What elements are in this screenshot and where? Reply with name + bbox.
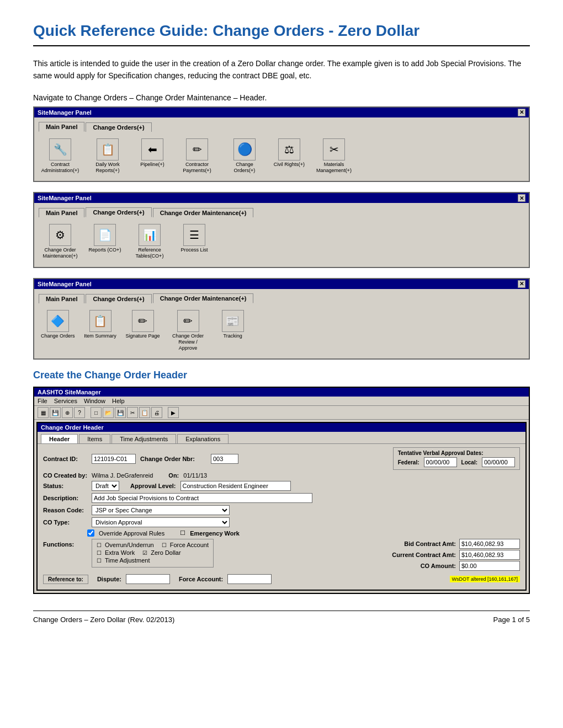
- tb-btn-10[interactable]: 🖨: [151, 407, 162, 418]
- materials-mgmt-icon: ✂: [323, 138, 345, 160]
- icon-signature-page[interactable]: ✏ Signature Page: [126, 310, 160, 339]
- co-amount-input[interactable]: [459, 561, 520, 571]
- tb-btn-5[interactable]: □: [91, 407, 102, 418]
- menu-window[interactable]: Window: [84, 398, 105, 404]
- panel1-tab-co[interactable]: Change Orders(+): [86, 122, 151, 132]
- aashto-toolbar: ▦ 💾 ⊕ ? □ 📂 💾 ✂ 📋 🖨 ▶: [34, 406, 529, 420]
- override-row: Override Approval Rules ☐ Emergency Work: [87, 529, 520, 537]
- icon-reference-tables[interactable]: 📊 Reference Tables(CO+): [130, 224, 169, 259]
- force-account-field-input[interactable]: [227, 574, 272, 584]
- co-tab-items[interactable]: Items: [79, 434, 110, 443]
- aashto-app: AASHTO SiteManager File Services Window …: [33, 387, 530, 594]
- tb-btn-2[interactable]: 💾: [50, 407, 61, 418]
- tb-btn-6[interactable]: 📂: [103, 407, 114, 418]
- contractor-payments-label: Contractor Payments(+): [178, 162, 216, 174]
- p3-change-orders-label: Change Orders: [41, 333, 75, 339]
- co-type-select[interactable]: Division Approval: [92, 517, 230, 527]
- co-maintenance-icon: ⚙: [49, 224, 71, 246]
- contract-id-row: Contract ID: Change Order Nbr: Tentative…: [43, 447, 520, 470]
- current-amt-input[interactable]: [459, 550, 520, 560]
- status-label: Status:: [43, 483, 87, 489]
- panel3-close[interactable]: ✕: [518, 280, 525, 288]
- menu-services[interactable]: Services: [54, 398, 77, 404]
- tb-btn-9[interactable]: 📋: [139, 407, 150, 418]
- overrun-label: Overrun/Underrun: [105, 542, 154, 548]
- functions-label: Functions:: [43, 539, 87, 548]
- icon-change-orders[interactable]: 🔵 Change Orders(+): [225, 138, 264, 174]
- tb-btn-1[interactable]: ▦: [38, 407, 49, 418]
- sitemanager-panel-3: SiteManager Panel ✕ Main Panel Change Or…: [33, 278, 530, 360]
- menu-help[interactable]: Help: [112, 398, 125, 404]
- navigate-label: Navigate to Change Orders – Change Order…: [33, 93, 530, 102]
- local-label: Local:: [461, 459, 477, 465]
- icon-p3-change-orders[interactable]: 🔷 Change Orders: [41, 310, 75, 339]
- panel3-tab-maintenance[interactable]: Change Order Maintenance(+): [153, 293, 254, 303]
- icon-reports-co[interactable]: 📄 Reports (CO+): [88, 224, 121, 253]
- reference-tables-label: Reference Tables(CO+): [130, 247, 169, 259]
- change-orders-icon: 🔵: [233, 138, 256, 160]
- amounts-box: Bid Contract Amt: Current Contract Amt: …: [390, 539, 520, 572]
- tb-btn-3[interactable]: ⊕: [62, 407, 73, 418]
- co-tab-time[interactable]: Time Adjustments: [111, 434, 176, 443]
- force-account-field-label: Force Account:: [179, 576, 223, 582]
- tb-btn-8[interactable]: ✂: [127, 407, 138, 418]
- local-input[interactable]: [482, 457, 515, 467]
- reference-label: Reference to:: [48, 576, 83, 582]
- footer: Change Orders – Zero Dollar (Rev. 02/201…: [33, 611, 530, 624]
- icon-pipeline[interactable]: ⬅ Pipeline(+): [136, 138, 169, 168]
- panel2-close[interactable]: ✕: [518, 194, 525, 202]
- icon-co-review[interactable]: ✏ Change Order Review / Approve: [169, 310, 208, 351]
- co-tab-header[interactable]: Header: [41, 434, 78, 443]
- contract-admin-label: Contract Administration(+): [41, 162, 79, 174]
- emergency-checkbox-placeholder: ☐: [180, 529, 185, 537]
- co-tab-explanations[interactable]: Explanations: [177, 434, 229, 443]
- panel1-close[interactable]: ✕: [518, 109, 525, 116]
- sitemanager-panel-1: SiteManager Panel ✕ Main Panel Change Or…: [33, 106, 530, 183]
- change-orders-label: Change Orders(+): [225, 162, 264, 174]
- p3-change-orders-icon: 🔷: [47, 310, 69, 332]
- panel3-tab-main[interactable]: Main Panel: [39, 294, 84, 303]
- approval-input[interactable]: [180, 481, 291, 491]
- icon-contractor-payments[interactable]: ✏ Contractor Payments(+): [178, 138, 216, 174]
- panel2-tab-maintenance[interactable]: Change Order Maintenance(+): [153, 208, 254, 217]
- pipeline-label: Pipeline(+): [140, 162, 164, 168]
- daily-work-label: Daily Work Reports(+): [88, 162, 127, 174]
- reports-co-icon: 📄: [94, 224, 116, 246]
- icon-co-maintenance[interactable]: ⚙ Change Order Maintenance(+): [41, 224, 79, 259]
- tb-btn-11[interactable]: ▶: [168, 407, 179, 418]
- icon-contract-admin[interactable]: 🔧 Contract Administration(+): [41, 138, 79, 174]
- contractor-payments-icon: ✏: [186, 138, 208, 160]
- co-nbr-input[interactable]: [211, 454, 238, 464]
- co-review-label: Change Order Review / Approve: [169, 333, 208, 351]
- approval-label: Approval Level:: [130, 483, 176, 489]
- verbal-title: Tentative Verbal Approval Dates:: [398, 450, 515, 456]
- icon-tracking[interactable]: 📰 Tracking: [216, 310, 249, 339]
- description-input[interactable]: [92, 493, 312, 503]
- icon-materials-mgmt[interactable]: ✂ Materials Management(+): [315, 138, 353, 174]
- tb-btn-4[interactable]: ?: [74, 407, 85, 418]
- zero-dollar-label: Zero Dollar: [151, 549, 180, 556]
- dispute-input[interactable]: [126, 574, 170, 584]
- status-select[interactable]: Draft: [92, 481, 119, 491]
- reason-code-select[interactable]: JSP or Spec Change: [92, 505, 230, 515]
- co-review-icon: ✏: [177, 310, 199, 332]
- aashto-menubar: File Services Window Help: [34, 397, 529, 406]
- panel1-tab-main[interactable]: Main Panel: [39, 122, 84, 132]
- bid-amt-input[interactable]: [459, 539, 520, 549]
- panel1-title: SiteManager Panel: [38, 109, 92, 116]
- on-value: 01/11/13: [183, 472, 207, 479]
- icon-daily-work[interactable]: 📋 Daily Work Reports(+): [88, 138, 127, 174]
- panel1-titlebar: SiteManager Panel ✕: [34, 108, 529, 117]
- icon-item-summary[interactable]: 📋 Item Summary: [84, 310, 117, 339]
- contract-id-input[interactable]: [92, 454, 136, 464]
- panel2-tab-co[interactable]: Change Orders(+): [86, 207, 151, 217]
- aashto-title: AASHTO SiteManager: [38, 389, 101, 395]
- icon-process-list[interactable]: ☰ Process List: [178, 224, 211, 253]
- tb-btn-7[interactable]: 💾: [115, 407, 126, 418]
- override-checkbox[interactable]: [87, 529, 94, 537]
- panel3-tab-co[interactable]: Change Orders(+): [86, 294, 151, 303]
- icon-civil-rights[interactable]: ⚖ Civil Rights(+): [273, 138, 306, 168]
- federal-input[interactable]: [424, 457, 457, 467]
- panel2-tab-main[interactable]: Main Panel: [39, 208, 84, 217]
- menu-file[interactable]: File: [38, 398, 47, 404]
